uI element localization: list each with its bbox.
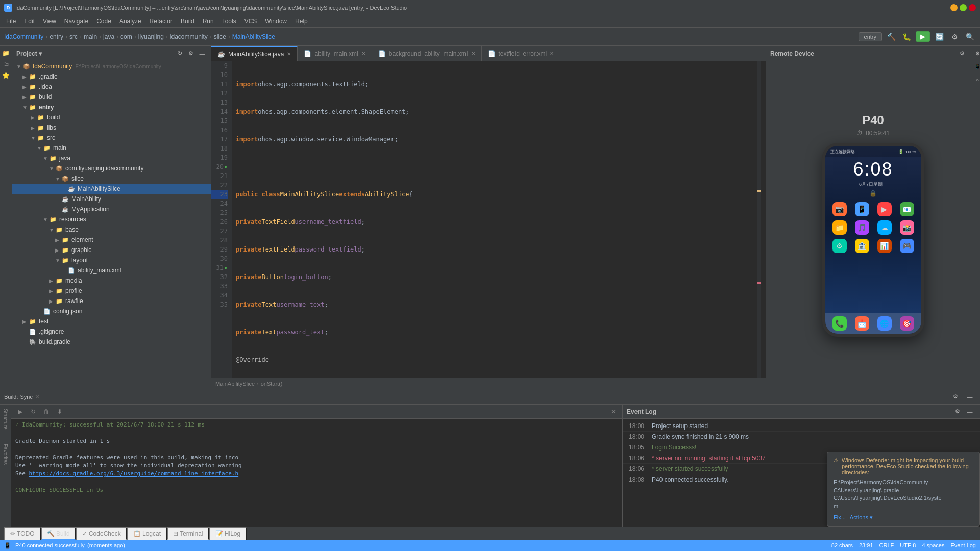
tab-close-button[interactable]: ✕ (550, 51, 554, 56)
tree-item-gitignore[interactable]: 📄 .gitignore (12, 327, 211, 337)
project-icon[interactable]: 📁 (1, 48, 11, 58)
tree-item-mainabilityslice[interactable]: ☕ MainAbilitySlice (12, 184, 211, 194)
app-icon-12[interactable]: 🎮 (900, 239, 914, 253)
build-strip-button[interactable]: 🔨 Build (41, 527, 76, 540)
tree-item-src[interactable]: ▼ 📁 src (12, 133, 211, 143)
event-log-status[interactable]: Event Log (950, 542, 976, 548)
todo-button[interactable]: ✏ TODO (4, 527, 41, 540)
dock-app-2[interactable]: 📩 (855, 316, 869, 331)
bottom-gear-button[interactable]: ⚙ (949, 391, 962, 403)
code-editor[interactable]: 9 10 11 12 13 14 15 16 17 18 19 20 ▶ 21 … (211, 61, 766, 378)
bottom-minimize-button[interactable]: — (964, 391, 976, 403)
breadcrumb-mainabilityslice[interactable]: MainAbilitySlice (232, 33, 275, 40)
terminal-button[interactable]: ⊟ Terminal (167, 527, 209, 540)
structure-panel-btn[interactable]: Structure (1, 407, 10, 432)
build-close-button[interactable]: ✕ (609, 407, 618, 416)
event-log-settings-button[interactable]: ⚙ (951, 406, 964, 418)
tree-item-test[interactable]: ▶ 📁 test (12, 316, 211, 327)
build-button[interactable]: 🔨 (885, 31, 897, 43)
tool-icon-1[interactable]: ⚙ (971, 48, 980, 58)
breadcrumb-com[interactable]: com (120, 33, 132, 40)
tree-item-profile[interactable]: ▶ 📁 profile (12, 286, 211, 296)
tree-item-libs[interactable]: ▶ 📁 libs (12, 122, 211, 133)
tree-item-myapplication[interactable]: ☕ MyApplication (12, 204, 211, 214)
indent-status[interactable]: 4 spaces (922, 542, 944, 548)
tree-item-resources[interactable]: ▼ 📁 resources (12, 214, 211, 224)
favorites-icon[interactable]: ⭐ (1, 70, 11, 81)
position-status[interactable]: 23:91 (859, 542, 873, 548)
settings-button[interactable]: ⚙ (948, 31, 961, 43)
tree-item-rawfile[interactable]: ▶ 📁 rawfile (12, 296, 211, 306)
tab-close-button[interactable]: ✕ (287, 51, 291, 57)
menu-item-window[interactable]: Window (261, 17, 291, 26)
logcat-button[interactable]: 📋 Logcat (127, 527, 167, 540)
menu-item-help[interactable]: Help (291, 17, 312, 26)
hilog-button[interactable]: 📝 HiLog (209, 527, 247, 540)
menu-item-file[interactable]: File (2, 17, 20, 26)
dock-app-4[interactable]: 🎯 (900, 316, 914, 331)
warning-actions-dropdown[interactable]: Actions ▾ (850, 514, 873, 521)
breadcrumb-mainabilityslice[interactable]: MainAbilitySlice (215, 381, 255, 387)
event-log-minimize-button[interactable]: — (964, 406, 976, 418)
breadcrumb-liyuanjing[interactable]: liyuanjing (138, 33, 164, 40)
code-content[interactable]: import ohos.agp.components.TextField; im… (232, 61, 766, 378)
tree-item-layout[interactable]: ▼ 📁 layout (12, 255, 211, 265)
project-gear-button[interactable]: ⚙ (186, 49, 195, 58)
codecheck-button[interactable]: ✓ CodeCheck (76, 527, 127, 540)
structure-icon[interactable]: 🗂 (1, 59, 11, 69)
menu-item-refactor[interactable]: Refactor (145, 17, 177, 26)
tree-item-java[interactable]: ▼ 📁 java (12, 153, 211, 163)
tree-item-build-gradle[interactable]: 🐘 build.gradle (12, 337, 211, 347)
app-icon-5[interactable]: 📁 (832, 220, 847, 235)
app-icon-1[interactable]: 📷 (832, 202, 847, 216)
remote-settings-button[interactable]: ⚙ (958, 49, 967, 58)
menu-item-analyze[interactable]: Analyze (115, 17, 145, 26)
encoding-status[interactable]: UTF-8 (900, 542, 916, 548)
app-icon-4[interactable]: 📧 (900, 202, 914, 216)
tree-item-build-root[interactable]: ▶ 📁 build (12, 92, 211, 102)
app-icon-8[interactable]: 📸 (900, 220, 914, 235)
menu-item-vcs[interactable]: VCS (240, 17, 261, 26)
tree-item-main[interactable]: ▼ 📁 main (12, 143, 211, 153)
minimize-button[interactable] (950, 4, 958, 11)
tab-mainabilityslice[interactable]: ☕ MainAbilitySlice.java ✕ (211, 46, 298, 61)
tab-close-button[interactable]: ✕ (471, 51, 475, 56)
tree-item-root[interactable]: ▼ 📦 IdaCommunity E:\Project\HarmonyOS\Id… (12, 61, 211, 71)
menu-item-tools[interactable]: Tools (218, 17, 240, 26)
sync-button[interactable]: 🔄 (933, 31, 945, 43)
app-icon-10[interactable]: 🏦 (855, 239, 869, 253)
dock-app-3[interactable]: 🌐 (877, 316, 892, 331)
tree-item-element[interactable]: ▶ 📁 element (12, 235, 211, 245)
menu-item-view[interactable]: View (39, 17, 60, 26)
menu-item-code[interactable]: Code (92, 17, 115, 26)
tree-item-gradle[interactable]: ▶ 📁 .gradle (12, 71, 211, 82)
tree-item-base[interactable]: ▼ 📁 base (12, 224, 211, 235)
tab-close-button[interactable]: ✕ (361, 51, 365, 56)
tree-item-entry-build[interactable]: ▶ 📁 build (12, 112, 211, 122)
breadcrumb-src[interactable]: src (69, 33, 78, 40)
debug-button[interactable]: 🐛 (900, 31, 913, 43)
build-docs-link[interactable]: https://docs.gradle.org/6.3/userguide/co… (29, 470, 239, 477)
run-button[interactable]: ▶ (916, 31, 930, 42)
menu-item-build[interactable]: Build (177, 17, 199, 26)
tree-item-media[interactable]: ▶ 📁 media (12, 276, 211, 286)
build-clear-icon[interactable]: 🗑 (42, 407, 51, 416)
tree-item-package[interactable]: ▼ 📦 com.liyuanjing.idacommunity (12, 163, 211, 173)
menu-item-edit[interactable]: Edit (20, 17, 39, 26)
close-button[interactable] (969, 4, 976, 11)
app-icon-9[interactable]: ⚙ (832, 239, 847, 253)
tree-item-config-json[interactable]: 📄 config.json (12, 306, 211, 316)
menu-item-navigate[interactable]: Navigate (60, 17, 92, 26)
project-collapse-button[interactable]: — (198, 49, 207, 58)
tree-item-idea[interactable]: ▶ 📁 .idea (12, 82, 211, 92)
project-refresh-button[interactable]: ↻ (175, 49, 184, 58)
build-run-icon[interactable]: ▶ (15, 407, 24, 416)
app-icon-6[interactable]: 🎵 (855, 220, 869, 235)
tree-item-mainability[interactable]: ☕ MainAbility (12, 194, 211, 204)
entry-dropdown[interactable]: entry (859, 32, 882, 41)
tree-item-ability-main-xml[interactable]: 📄 ability_main.xml (12, 265, 211, 276)
build-reload-icon[interactable]: ↻ (29, 407, 38, 416)
app-icon-7[interactable]: ☁ (877, 220, 892, 235)
tool-icon-2[interactable]: 📱 (971, 61, 980, 71)
line-ending-status[interactable]: CRLF (879, 542, 894, 548)
